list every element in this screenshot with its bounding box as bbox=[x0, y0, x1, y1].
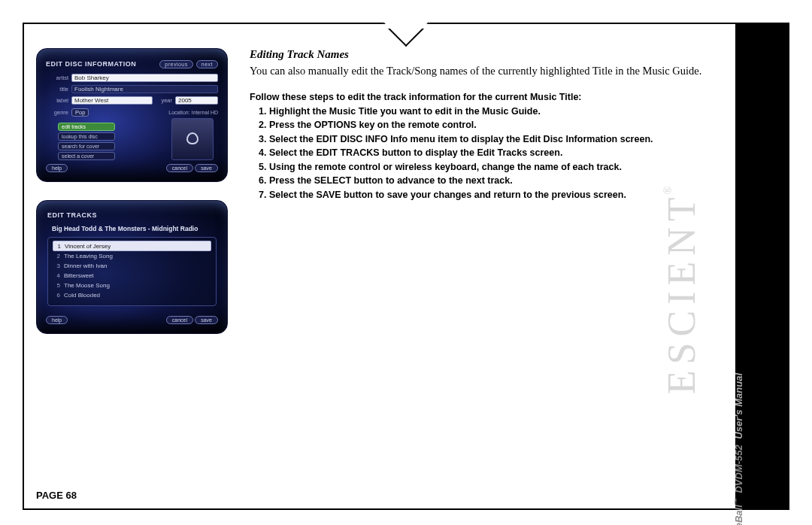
year-label: year bbox=[156, 97, 172, 104]
label-row: label Mother West year 2005 bbox=[46, 96, 218, 105]
trademark: ™ bbox=[733, 498, 741, 505]
step-item: Press the SELECT button to advance to th… bbox=[269, 174, 720, 188]
year-input[interactable]: 2005 bbox=[175, 96, 218, 105]
track-name: The Moose Song bbox=[64, 282, 211, 289]
main-content: EDIT DISC INFORMATION previous next arti… bbox=[36, 48, 720, 484]
track-row[interactable]: 2 The Leaving Song bbox=[53, 251, 211, 261]
cancel-button[interactable]: cancel bbox=[166, 316, 193, 324]
label-label: label bbox=[46, 97, 68, 104]
track-list: 1 Vincent of Jersey 2 The Leaving Song 3… bbox=[47, 237, 217, 306]
track-name-input[interactable]: Vincent of Jersey bbox=[65, 243, 211, 250]
intro-paragraph: You can also manually edit the Track/Son… bbox=[250, 64, 720, 78]
genre-row: genre Pop Location: Internal HD bbox=[46, 108, 218, 117]
track-name: Bittersweet bbox=[64, 272, 211, 279]
model-number: DVDM-552 bbox=[733, 445, 744, 493]
frame-notch-cover bbox=[361, 24, 451, 29]
cover-art-thumbnail bbox=[171, 118, 214, 160]
step-item: Highlight the Music Title you want to ed… bbox=[269, 105, 720, 119]
artist-input[interactable]: Bob Sharkey bbox=[71, 74, 218, 82]
page-frame: ESCIENT® FireBall™ DVDM-552 User's Manua… bbox=[23, 23, 789, 510]
step-item: Press the OPTIONS key on the remote cont… bbox=[269, 119, 720, 132]
shot2-footer: help cancel save bbox=[46, 316, 218, 324]
cancel-button[interactable]: cancel bbox=[166, 164, 193, 172]
label-input[interactable]: Mother West bbox=[71, 96, 153, 105]
shot1-header: EDIT DISC INFORMATION previous next bbox=[46, 58, 218, 70]
genre-select[interactable]: Pop bbox=[71, 108, 89, 117]
step-item: Using the remote control or wireless key… bbox=[269, 161, 720, 174]
track-name: Cold Blooded bbox=[64, 292, 211, 299]
help-button[interactable]: help bbox=[46, 164, 68, 172]
artist-label: artist bbox=[46, 74, 68, 81]
track-number: 1 bbox=[53, 243, 61, 250]
opt-select-cover[interactable]: select a cover bbox=[58, 152, 115, 160]
screenshot-edit-disc-info: EDIT DISC INFORMATION previous next arti… bbox=[36, 48, 228, 182]
track-row[interactable]: 5 The Moose Song bbox=[53, 281, 211, 290]
save-button[interactable]: save bbox=[195, 164, 218, 172]
opt-search-cover[interactable]: search for cover bbox=[58, 142, 115, 150]
step-item: Select the EDIT TRACKS button to display… bbox=[269, 147, 720, 160]
shot2-title: EDIT TRACKS bbox=[47, 211, 97, 219]
track-row[interactable]: 6 Cold Blooded bbox=[53, 290, 211, 300]
track-number: 6 bbox=[53, 292, 60, 299]
option-list: edit tracks lookup this disc search for … bbox=[58, 123, 115, 162]
opt-lookup-disc[interactable]: lookup this disc bbox=[58, 132, 115, 141]
next-button[interactable]: next bbox=[196, 60, 218, 68]
opt-edit-tracks[interactable]: edit tracks bbox=[58, 123, 115, 131]
screenshot-edit-tracks: EDIT TRACKS Big Head Todd & The Monsters… bbox=[36, 200, 228, 334]
track-number: 2 bbox=[53, 253, 60, 259]
help-button[interactable]: help bbox=[46, 316, 68, 324]
page-number: PAGE 68 bbox=[36, 490, 77, 501]
track-name: The Leaving Song bbox=[64, 253, 211, 259]
product-name: FireBall bbox=[733, 505, 744, 525]
manual-label: User's Manual bbox=[733, 373, 744, 439]
save-button[interactable]: save bbox=[195, 316, 218, 324]
track-row[interactable]: 1 Vincent of Jersey bbox=[53, 241, 211, 251]
track-row[interactable]: 4 Bittersweet bbox=[53, 271, 211, 281]
steps-list: Highlight the Music Title you want to ed… bbox=[250, 105, 720, 202]
section-heading: Editing Track Names bbox=[250, 48, 720, 61]
artist-row: artist Bob Sharkey bbox=[46, 73, 218, 83]
shot2-album-header: Big Head Todd & The Monsters - Midnight … bbox=[52, 225, 212, 232]
title-label: title bbox=[46, 86, 68, 93]
track-number: 4 bbox=[53, 272, 60, 279]
track-row[interactable]: 3 Dinner with Ivan bbox=[53, 261, 211, 271]
previous-button[interactable]: previous bbox=[159, 60, 192, 68]
step-item: Select the SAVE button to save your chan… bbox=[269, 189, 720, 202]
location-label: Location: Internal HD bbox=[168, 110, 218, 115]
product-subtitle: FireBall™ DVDM-552 User's Manual bbox=[733, 373, 744, 525]
steps-intro: Follow these steps to edit the track inf… bbox=[250, 92, 720, 102]
track-number: 3 bbox=[53, 262, 60, 269]
shot1-footer: help cancel save bbox=[46, 164, 218, 172]
step-item: Select the EDIT DISC INFO Info menu item… bbox=[269, 133, 720, 147]
track-name: Dinner with Ivan bbox=[64, 262, 211, 269]
text-column: Editing Track Names You can also manuall… bbox=[250, 48, 720, 202]
genre-label: genre bbox=[46, 109, 68, 116]
title-row: title Foolish Nightmare bbox=[46, 84, 218, 94]
shot1-title: EDIT DISC INFORMATION bbox=[46, 60, 136, 68]
screenshot-column: EDIT DISC INFORMATION previous next arti… bbox=[36, 48, 232, 352]
track-number: 5 bbox=[53, 282, 60, 289]
title-input[interactable]: Foolish Nightmare bbox=[71, 85, 218, 93]
